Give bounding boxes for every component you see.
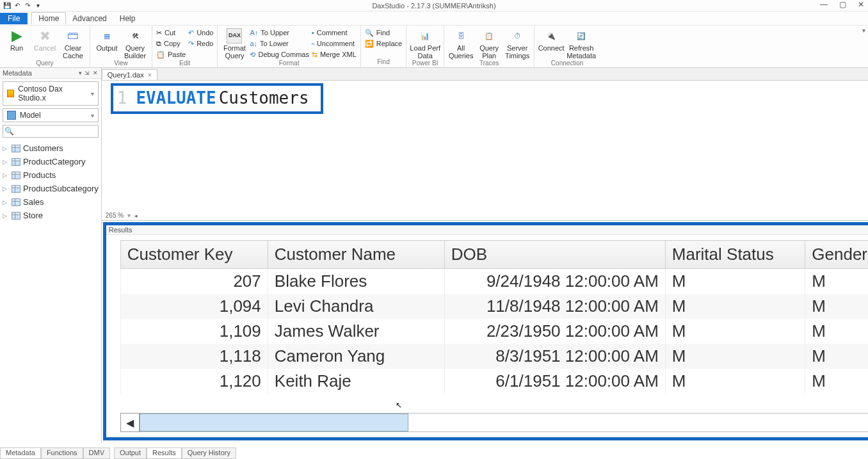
to-lower-button[interactable]: a↓To Lower [250,38,309,49]
tree-item-store[interactable]: ▷Store [1,209,100,222]
tree-item-products[interactable]: ▷Products [1,168,100,182]
close-tab-icon[interactable]: × [148,71,152,79]
code-editor[interactable]: 1 EVALUATE Customers 265 %▾◂ [102,81,868,221]
scroll-track[interactable]: ↖ [140,413,868,432]
tree-item-productsubcategory[interactable]: ▷ProductSubcategory [1,182,100,195]
chevron-down-icon: ▾ [91,112,94,119]
results-header-row[interactable]: Customer Key Customer Name DOB Marital S… [120,241,868,269]
all-queries-button[interactable]: 🗄All Queries [448,27,474,60]
cell-customer-key: 207 [120,269,268,294]
col-customer-key[interactable]: Customer Key [120,241,268,269]
line-number: 1 [117,88,127,108]
table-row[interactable]: 1,120Keith Raje6/1/1951 12:00:00 AMMMke [120,369,868,394]
connect-button[interactable]: 🔌Connect [538,27,564,52]
to-upper-icon: A↑ [250,29,258,36]
table-row[interactable]: 1,118Cameron Yang8/3/1951 12:00:00 AMMMc… [120,344,868,369]
model-icon [7,111,16,120]
ribbon-group-traces: 🗄All Queries 📋Query Plan ⏱Server Timings… [444,26,534,67]
merge-xml-button[interactable]: ⇆Merge XML [312,49,357,60]
redo-button[interactable]: ↷Redo [188,38,213,49]
paste-icon: 📋 [156,51,165,59]
cancel-button[interactable]: ✖ Cancel [32,27,58,52]
query-plan-button[interactable]: 📋Query Plan [476,27,502,60]
col-customer-name[interactable]: Customer Name [268,241,444,269]
tab-query-history[interactable]: Query History [182,447,236,459]
metadata-search-input[interactable] [17,127,97,136]
replace-icon: 🔁 [365,40,374,48]
tab-functions[interactable]: Functions [41,447,83,459]
close-button[interactable]: ✕ [858,0,864,9]
tab-metadata[interactable]: Metadata [0,447,41,459]
load-perf-data-button[interactable]: 📊 Load Perf Data [410,27,440,60]
tab-output[interactable]: Output [114,447,147,459]
document-tab[interactable]: Query1.dax × [102,69,157,80]
menu-home[interactable]: Home [31,12,66,24]
expand-icon[interactable]: ▷ [3,145,9,152]
tree-item-sales[interactable]: ▷Sales [1,195,100,209]
cell-dob: 8/3/1951 12:00:00 AM [444,344,665,369]
panel-tools[interactable]: ▾ ⇲ ✕ [79,70,99,76]
table-row[interactable]: 1,109James Walker2/23/1950 12:00:00 AMMM… [120,319,868,344]
qat-dropdown-icon[interactable]: ▾ [33,1,42,10]
uncomment-button[interactable]: ▫Uncomment [312,38,357,49]
format-query-button[interactable]: DAX Format Query [221,27,247,60]
ribbon-group-powerbi: 📊 Load Perf Data Power BI [406,26,444,67]
horizontal-scrollbar[interactable]: ◀ ↖ ▶ [120,413,868,432]
window-controls: — ▢ ✕ [820,0,864,9]
table-row[interactable]: 1,094Levi Chandra11/8/1948 12:00:00 AMMM… [120,294,868,319]
cell-gender: M [805,319,868,344]
cell-customer-name: Blake Flores [268,269,444,294]
cut-button[interactable]: ✂Cut [156,28,186,38]
ribbon-group-connection: 🔌Connect 🔄Refresh Metadata Connection [534,26,600,67]
copy-icon: ⧉ [156,40,161,48]
paste-button[interactable]: 📋Paste [156,49,186,60]
ribbon-collapse-icon[interactable]: ▾ [862,27,865,34]
expand-icon[interactable]: ▷ [3,172,9,179]
comment-button[interactable]: ▪Comment [312,28,357,38]
model-selector[interactable]: Model ▾ [3,108,99,122]
expand-icon[interactable]: ▷ [3,213,9,219]
metadata-search[interactable]: 🔍 [3,125,99,138]
zoom-indicator[interactable]: 265 %▾◂ [106,212,138,219]
minimize-button[interactable]: — [820,0,828,9]
copy-button[interactable]: ⧉Copy [156,38,186,49]
tree-item-productcategory[interactable]: ▷ProductCategory [1,155,100,168]
menu-advanced[interactable]: Advanced [66,13,113,24]
clear-cache-button[interactable]: 🗃 Clear Cache [60,27,86,60]
to-upper-button[interactable]: A↑To Upper [250,28,309,38]
maximize-button[interactable]: ▢ [839,0,846,9]
expand-icon[interactable]: ▷ [3,159,9,165]
database-selector[interactable]: Contoso Dax Studio.x ▾ [3,81,99,106]
debug-commas-button[interactable]: ⟲Debug Commas [250,49,309,60]
tree-item-customers[interactable]: ▷Customers [1,141,100,155]
qat-save-icon[interactable]: 💾 [3,1,12,10]
dax-keyword: EVALUATE [136,88,216,108]
to-lower-icon: a↓ [250,40,257,47]
scroll-left-icon[interactable]: ◀ [120,413,140,432]
database-icon [7,90,14,97]
scroll-thumb[interactable] [140,414,408,431]
menu-file[interactable]: File [0,13,28,24]
menu-help[interactable]: Help [113,13,142,24]
table-icon [12,172,20,179]
col-marital-status[interactable]: Marital Status [665,241,805,269]
qat-undo-icon[interactable]: ↶ [13,1,22,10]
col-gender[interactable]: Gender [805,241,868,269]
query-builder-button[interactable]: 🛠 Query Builder [122,27,148,60]
find-button[interactable]: 🔍Find [365,28,402,38]
expand-icon[interactable]: ▷ [3,199,9,205]
col-dob[interactable]: DOB [444,241,665,269]
table-row[interactable]: 207Blake Flores9/24/1948 12:00:00 AMMMbl [120,269,868,294]
undo-button[interactable]: ↶Undo [188,28,213,38]
refresh-metadata-button[interactable]: 🔄Refresh Metadata [567,27,596,60]
tab-results[interactable]: Results [147,447,182,459]
cell-customer-key: 1,094 [120,294,268,319]
replace-button[interactable]: 🔁Replace [365,38,402,49]
expand-icon[interactable]: ▷ [3,186,9,192]
results-grid[interactable]: Customer Key Customer Name DOB Marital S… [106,235,868,437]
run-button[interactable]: ▶ Run [4,27,29,52]
output-button[interactable]: ▦ Output [94,27,120,52]
server-timings-button[interactable]: ⏱Server Timings [504,27,530,60]
tab-dmv[interactable]: DMV [83,447,110,459]
qat-redo-icon[interactable]: ↷ [23,1,32,10]
